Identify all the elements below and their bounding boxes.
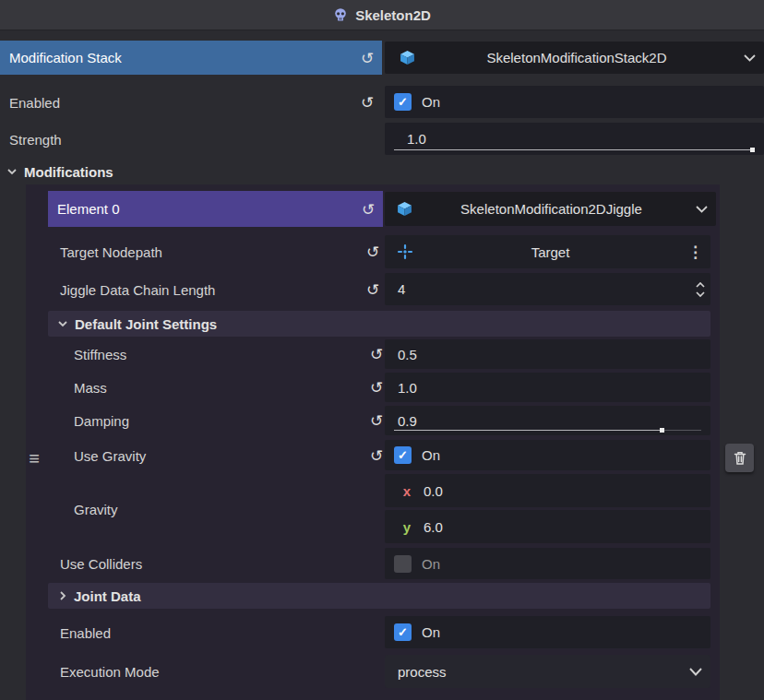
slider-handle[interactable] — [660, 428, 664, 433]
target-nodepath-field[interactable]: Target ⋮ — [385, 235, 710, 268]
execution-mode-dropdown[interactable]: process — [385, 655, 710, 688]
stiffness-field[interactable]: 0.5 — [385, 339, 710, 369]
damping-label: Damping — [74, 413, 129, 429]
use-colliders-checkbox[interactable] — [394, 555, 412, 573]
chevron-down-icon — [689, 668, 702, 676]
target-nodepath-row: Target Nodepath ↺ Target ⋮ — [26, 234, 720, 269]
modifications-section-label: Modifications — [24, 164, 113, 180]
mass-field[interactable]: 1.0 — [385, 373, 710, 402]
resource-name: SkeletonModification2DJiggle — [412, 201, 690, 217]
resource-name: SkeletonModificationStack2D — [415, 50, 738, 65]
chevron-down-icon[interactable] — [696, 206, 708, 213]
execution-mode-value: process — [385, 664, 447, 680]
use-gravity-checkbox[interactable]: ✓ — [394, 446, 412, 464]
revert-icon[interactable]: ↺ — [364, 243, 382, 262]
nodepath-menu-icon[interactable]: ⋮ — [687, 243, 703, 262]
axis-x-prefix: x — [401, 483, 412, 499]
revert-icon[interactable]: ↺ — [367, 411, 386, 431]
mass-label: Mass — [74, 380, 107, 396]
revert-icon[interactable]: ↺ — [358, 92, 376, 112]
modification-stack-row: Modification Stack ↺ SkeletonModificatio… — [0, 41, 764, 75]
modification-stack-resource-picker[interactable]: SkeletonModificationStack2D — [385, 42, 764, 74]
default-joint-settings-header[interactable]: Default Joint Settings — [48, 311, 710, 337]
strength-value: 1.0 — [385, 131, 426, 147]
slider-handle[interactable] — [750, 148, 755, 152]
enabled-label: Enabled — [9, 94, 60, 110]
modifications-array-container: Element 0 ↺ SkeletonModification2DJiggle — [26, 184, 720, 700]
element-drag-handle[interactable]: ≡ — [26, 445, 42, 471]
chain-length-row: Jiggle Data Chain Length ↺ 4 — [26, 272, 720, 306]
checkbox-text: On — [422, 94, 440, 110]
delete-element-button[interactable] — [725, 444, 754, 472]
spinbox-updown-icon[interactable] — [695, 281, 706, 298]
skeleton2d-skull-icon — [333, 7, 348, 22]
strength-slider[interactable] — [394, 147, 755, 152]
axis-y-prefix: y — [401, 519, 412, 535]
category-title: Skeleton2D — [355, 7, 431, 23]
element-enabled-row: Enabled ✓ On — [26, 615, 720, 649]
target-nodepath-label: Target Nodepath — [60, 244, 162, 260]
use-colliders-label: Use Colliders — [60, 556, 142, 572]
fold-down-icon — [58, 321, 67, 327]
element-enabled-checkbox[interactable]: ✓ — [394, 623, 412, 641]
check-icon: ✓ — [398, 95, 408, 109]
damping-slider[interactable] — [394, 427, 701, 433]
element0-row: Element 0 ↺ SkeletonModification2DJiggle — [26, 191, 720, 227]
revert-icon[interactable]: ↺ — [358, 48, 376, 67]
use-gravity-label: Use Gravity — [74, 447, 146, 463]
resource-cube-icon — [400, 50, 415, 65]
chain-length-value: 4 — [385, 281, 405, 297]
stack-enabled-field: ✓ On — [385, 86, 764, 118]
element-enabled-field: ✓ On — [385, 616, 710, 648]
damping-slider-field[interactable]: 0.9 — [385, 406, 710, 435]
use-colliders-field: On — [385, 548, 710, 579]
damping-value: 0.9 — [385, 413, 417, 429]
trash-icon — [733, 450, 747, 466]
joint-data-header[interactable]: Joint Data — [48, 583, 710, 609]
stiffness-row: Stiffness ↺ 0.5 — [26, 338, 720, 370]
element0-label: Element 0 — [48, 201, 120, 217]
element0-resource-picker[interactable]: SkeletonModification2DJiggle — [385, 192, 716, 226]
mass-value: 1.0 — [385, 380, 417, 396]
element-enabled-label: Enabled — [60, 624, 111, 640]
fold-down-icon — [7, 169, 17, 175]
fold-right-icon — [60, 591, 66, 600]
gravity-label: Gravity — [74, 501, 118, 516]
modifications-section-header[interactable]: Modifications — [7, 159, 113, 184]
checkbox-text: On — [422, 556, 440, 572]
joint-data-label: Joint Data — [74, 588, 141, 604]
revert-icon[interactable]: ↺ — [367, 345, 386, 364]
execution-mode-label: Execution Mode — [60, 664, 160, 680]
revert-icon[interactable]: ↺ — [367, 378, 386, 397]
gravity-row: Gravity x 0.0 y 6.0 — [26, 474, 720, 543]
resource-cube-icon — [397, 201, 412, 217]
modification-stack-property[interactable]: Modification Stack ↺ — [0, 41, 382, 75]
use-gravity-row: Use Gravity ↺ ✓ On — [26, 439, 720, 471]
chain-length-label: Jiggle Data Chain Length — [60, 281, 215, 297]
execution-mode-row: Execution Mode process — [26, 654, 720, 689]
strength-row: Strength 1.0 — [0, 122, 764, 156]
mass-row: Mass ↺ 1.0 — [26, 372, 720, 403]
enabled-checkbox[interactable]: ✓ — [394, 93, 412, 111]
check-icon: ✓ — [398, 625, 408, 639]
use-gravity-field: ✓ On — [385, 440, 710, 470]
strength-slider-field[interactable]: 1.0 — [385, 123, 764, 155]
revert-icon[interactable]: ↺ — [359, 199, 377, 219]
category-bar-skeleton2d[interactable]: Skeleton2D — [0, 0, 764, 30]
stack-enabled-row: Enabled ↺ ✓ On — [0, 85, 764, 119]
revert-icon[interactable]: ↺ — [367, 445, 386, 465]
gravity-x-field[interactable]: x 0.0 — [385, 474, 710, 507]
checkbox-text: On — [422, 624, 440, 640]
drag-handle-icon: ≡ — [29, 448, 40, 469]
stiffness-value: 0.5 — [385, 347, 417, 362]
element0-property[interactable]: Element 0 ↺ — [48, 191, 383, 227]
revert-icon[interactable]: ↺ — [364, 279, 382, 299]
gravity-y-value: 6.0 — [424, 519, 443, 535]
nodepath-crosshair-icon — [397, 243, 413, 260]
damping-row: Damping ↺ 0.9 — [26, 405, 720, 436]
chevron-down-icon[interactable] — [744, 54, 756, 62]
gravity-x-value: 0.0 — [424, 483, 443, 499]
chain-length-spinbox[interactable]: 4 — [385, 273, 710, 305]
use-colliders-row: Use Colliders On — [26, 547, 720, 580]
gravity-y-field[interactable]: y 6.0 — [385, 510, 710, 543]
